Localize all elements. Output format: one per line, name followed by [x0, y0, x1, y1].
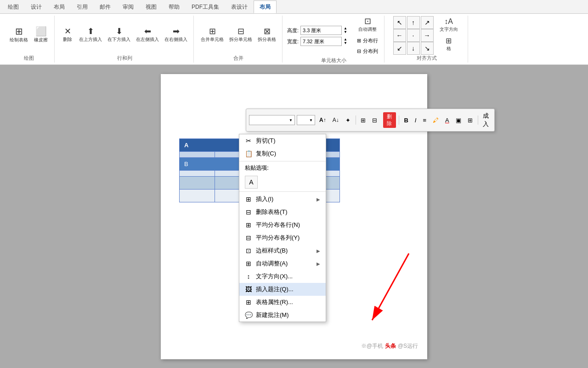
- draw-group-items: ⊞ 绘制表格 ⬜ 橡皮擦: [7, 16, 51, 54]
- font-shrink-button[interactable]: A↓: [330, 116, 341, 124]
- autofit-label: 自动调整: [358, 26, 377, 33]
- cell-margins-button[interactable]: ⊞ 格: [437, 36, 460, 53]
- split-cells-label: 拆分单元格: [229, 36, 252, 43]
- font-dropdown[interactable]: [249, 115, 295, 125]
- dist-cols-icon: ⊟: [357, 48, 361, 54]
- delete-label: 删除: [63, 36, 72, 43]
- merge-group-label: 合并: [233, 55, 243, 63]
- insert-above-button[interactable]: ⬆ 在上方插入: [77, 26, 104, 44]
- table-cell-4-1[interactable]: [180, 177, 215, 190]
- tab-help[interactable]: 帮助: [163, 0, 186, 13]
- draw-table-button[interactable]: ⊞ 绘制表格: [7, 25, 30, 45]
- tab-view[interactable]: 视图: [140, 0, 163, 13]
- merge-cells-button[interactable]: ⊞ 合并单元格: [198, 26, 226, 44]
- width-label: 宽度:: [287, 38, 299, 45]
- width-input[interactable]: [300, 37, 342, 46]
- align-midright[interactable]: →: [421, 29, 434, 42]
- tab-draw[interactable]: 绘图: [2, 0, 25, 13]
- shade-button[interactable]: ▣: [453, 116, 464, 125]
- ctx-insert-caption[interactable]: 🖼 插入题注(Q)...: [239, 283, 326, 296]
- delete-toolbar-button[interactable]: 删除: [383, 112, 396, 128]
- ctx-sep-1: [239, 161, 326, 161]
- height-input[interactable]: [300, 26, 342, 35]
- align-button[interactable]: ≡: [420, 116, 429, 125]
- align-botright[interactable]: ↘: [421, 42, 434, 55]
- align-midcenter[interactable]: ·: [407, 29, 420, 42]
- ctx-autofit[interactable]: ⊞ 自动调整(A) ▶: [239, 257, 326, 270]
- tab-ref[interactable]: 引用: [71, 0, 94, 13]
- insert-below-label: 在下方插入: [107, 36, 130, 43]
- delete-button[interactable]: ✕ 删除: [59, 26, 76, 44]
- copy-icon: 📋: [245, 150, 252, 157]
- dist-rows-button[interactable]: ⊞ 分布行: [355, 36, 380, 46]
- table-cell-5-1[interactable]: [180, 190, 215, 202]
- ctx-even-cols[interactable]: ⊟ 平均分布各列(Y): [239, 231, 326, 244]
- insert-arrow: ▶: [317, 197, 320, 202]
- dist-cols-button[interactable]: ⊟ 分布列: [355, 46, 380, 56]
- highlight-button[interactable]: 🖍: [430, 116, 441, 125]
- ctx-paste-icon[interactable]: A: [245, 176, 258, 189]
- split-cells-button[interactable]: ⊟ 拆分单元格: [227, 26, 254, 44]
- font-grow-button[interactable]: A↑: [317, 116, 328, 124]
- ctx-border-style[interactable]: ⊡ 边框样式(B) ▶: [239, 244, 326, 257]
- split-cells-icon: ⊟: [237, 27, 244, 35]
- tab-review[interactable]: 审阅: [117, 0, 140, 13]
- align-midleft[interactable]: ←: [393, 29, 406, 42]
- table-cell-1-1[interactable]: [180, 152, 215, 158]
- insert-below-button[interactable]: ⬇ 在下方插入: [105, 26, 133, 44]
- ctx-paste-header: 粘贴选项:: [239, 162, 326, 174]
- clear-format-button[interactable]: ✦: [343, 116, 353, 125]
- tab-layout-doc[interactable]: 布局: [48, 0, 71, 13]
- eraser-icon: ⬜: [35, 27, 47, 36]
- insert-right-label: 在右侧插入: [164, 36, 187, 43]
- insert-right-button[interactable]: ➡ 在右侧插入: [162, 26, 190, 44]
- split-table-button[interactable]: ⊠ 拆分表格: [255, 26, 278, 44]
- insert-right-icon: ➡: [173, 27, 180, 35]
- tab-pdf[interactable]: PDF工具集: [186, 0, 225, 13]
- ctx-delete-table-label: 删除表格(T): [256, 208, 288, 216]
- ctx-insert[interactable]: ⊞ 插入(I) ▶: [239, 193, 326, 206]
- size-dropdown[interactable]: [297, 115, 315, 125]
- ctx-cut[interactable]: ✂ 剪切(T): [239, 134, 326, 147]
- ctx-copy[interactable]: 📋 复制(C): [239, 147, 326, 160]
- table-cell-3-1[interactable]: [180, 171, 215, 177]
- draw-group: ⊞ 绘制表格 ⬜ 橡皮擦 绘图: [4, 16, 55, 63]
- bold-button[interactable]: B: [401, 116, 410, 125]
- align-group: ↖ ↑ ↗ ← · → ↙ ↓ ↘ ↕A 文字方向 ⊞: [385, 16, 468, 63]
- table-icon-button[interactable]: ⊞: [358, 116, 368, 125]
- align-topleft[interactable]: ↖: [393, 16, 406, 29]
- merge-button[interactable]: 成入: [481, 111, 492, 129]
- align-topright[interactable]: ↗: [421, 16, 434, 29]
- ctx-text-dir[interactable]: ↕ 文字方向(X)...: [239, 270, 326, 283]
- height-spinner[interactable]: ▲ ▼: [344, 27, 347, 34]
- align-botcenter[interactable]: ↓: [407, 42, 420, 55]
- table-icon2-button[interactable]: ⊟: [370, 116, 379, 125]
- italic-button[interactable]: I: [413, 116, 419, 125]
- align-topcenter[interactable]: ↑: [407, 16, 420, 29]
- tab-tabledesign[interactable]: 表设计: [225, 0, 254, 13]
- text-direction-button[interactable]: ↕A 文字方向: [437, 17, 460, 34]
- border-button[interactable]: ⊞: [465, 116, 475, 125]
- cut-icon: ✂: [245, 137, 252, 144]
- ctx-even-rows[interactable]: ⊞ 平均分布各行(N): [239, 218, 326, 231]
- tab-mail[interactable]: 邮件: [94, 0, 117, 13]
- autofit-button[interactable]: ⊡ 自动调整: [355, 16, 380, 34]
- insert-left-button[interactable]: ⬅ 在左侧插入: [134, 26, 161, 44]
- eraser-button[interactable]: ⬜ 橡皮擦: [31, 25, 51, 45]
- font-color-button[interactable]: A: [443, 116, 452, 125]
- cellsize-group-items: 高度: ▲ ▼ 宽度: ▲ ▼: [287, 16, 380, 56]
- height-row: 高度: ▲ ▼: [287, 26, 350, 35]
- width-spinner[interactable]: ▲ ▼: [344, 38, 347, 45]
- svg-line-1: [372, 253, 409, 320]
- ctx-table-props[interactable]: ⊞ 表格属性(R)...: [239, 296, 326, 309]
- rowcol-group: ✕ 删除 ⬆ 在上方插入 ⬇ 在下方插入 ⬅ 在左侧插入 ➡ 在右侧插入: [56, 16, 194, 63]
- ctx-delete-table[interactable]: ⊟ 删除表格(T): [239, 206, 326, 218]
- ribbon-content: ⊞ 绘制表格 ⬜ 橡皮擦 绘图 ✕ 删除 ⬆ 在上方插入: [0, 14, 588, 64]
- tab-tablayout[interactable]: 布局: [254, 0, 277, 13]
- ctx-new-comment[interactable]: 💬 新建批注(M): [239, 309, 326, 322]
- tab-design[interactable]: 设计: [25, 0, 48, 13]
- insert-above-icon: ⬆: [87, 27, 94, 35]
- ctx-table-props-label: 表格属性(R)...: [256, 298, 293, 306]
- cellsize-group: 高度: ▲ ▼ 宽度: ▲ ▼: [283, 16, 384, 63]
- align-botleft[interactable]: ↙: [393, 42, 406, 55]
